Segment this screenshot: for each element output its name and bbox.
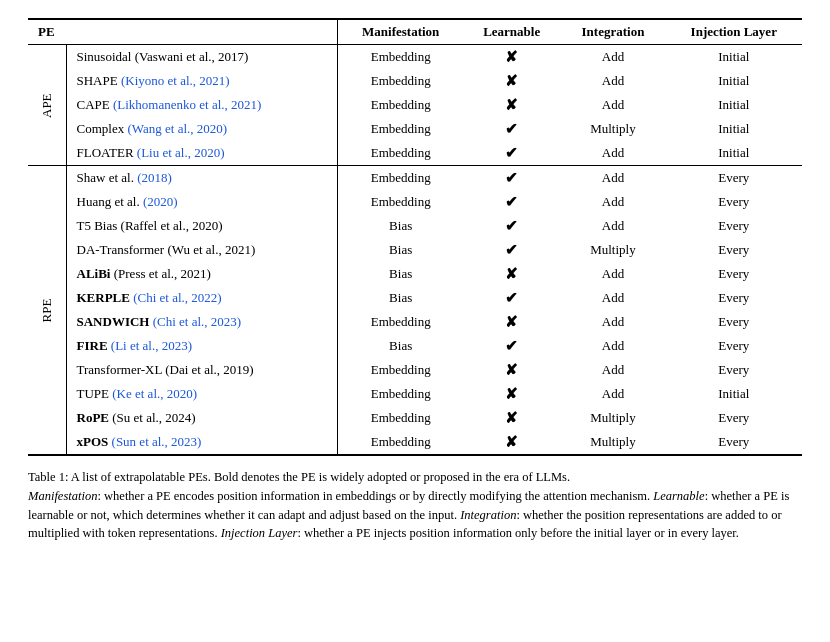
header-injection: Injection Layer — [666, 19, 802, 45]
row-learnable: ✘ — [463, 382, 560, 406]
table-row: ALiBi (Press et al., 2021)Bias✘AddEvery — [28, 262, 802, 286]
table-row: T5 Bias (Raffel et al., 2020)Bias✔AddEve… — [28, 214, 802, 238]
row-manifestation: Bias — [338, 286, 463, 310]
row-learnable: ✘ — [463, 310, 560, 334]
row-integration: Add — [560, 286, 665, 310]
row-injection-layer: Initial — [666, 93, 802, 117]
row-pe-name: ALiBi (Press et al., 2021) — [66, 262, 338, 286]
row-manifestation: Embedding — [338, 406, 463, 430]
row-pe-name: TUPE (Ke et al., 2020) — [66, 382, 338, 406]
row-pe-name: FLOATER (Liu et al., 2020) — [66, 141, 338, 166]
row-learnable: ✔ — [463, 214, 560, 238]
table-row: KERPLE (Chi et al., 2022)Bias✔AddEvery — [28, 286, 802, 310]
row-injection-layer: Every — [666, 262, 802, 286]
row-integration: Add — [560, 45, 665, 70]
table-row: FIRE (Li et al., 2023)Bias✔AddEvery — [28, 334, 802, 358]
row-learnable: ✔ — [463, 238, 560, 262]
row-integration: Add — [560, 93, 665, 117]
row-injection-layer: Initial — [666, 141, 802, 166]
row-injection-layer: Every — [666, 190, 802, 214]
row-manifestation: Embedding — [338, 430, 463, 455]
row-pe-name: Shaw et al. (2018) — [66, 166, 338, 191]
row-manifestation: Embedding — [338, 358, 463, 382]
table-row: SANDWICH (Chi et al., 2023)Embedding✘Add… — [28, 310, 802, 334]
row-integration: Add — [560, 334, 665, 358]
row-pe-name: KERPLE (Chi et al., 2022) — [66, 286, 338, 310]
row-manifestation: Embedding — [338, 141, 463, 166]
row-injection-layer: Every — [666, 430, 802, 455]
row-learnable: ✔ — [463, 334, 560, 358]
row-learnable: ✘ — [463, 430, 560, 455]
table-row: TUPE (Ke et al., 2020)Embedding✘AddIniti… — [28, 382, 802, 406]
row-manifestation: Embedding — [338, 382, 463, 406]
row-pe-name: SANDWICH (Chi et al., 2023) — [66, 310, 338, 334]
row-learnable: ✘ — [463, 358, 560, 382]
table-caption: Table 1: A list of extrapolatable PEs. B… — [28, 468, 802, 543]
row-pe-name: Sinusoidal (Vaswani et al., 2017) — [66, 45, 338, 70]
table-row: Complex (Wang et al., 2020)Embedding✔Mul… — [28, 117, 802, 141]
row-integration: Add — [560, 358, 665, 382]
row-learnable: ✘ — [463, 69, 560, 93]
group-label-ape: APE — [28, 45, 66, 166]
row-pe-name: DA-Transformer (Wu et al., 2021) — [66, 238, 338, 262]
row-learnable: ✘ — [463, 262, 560, 286]
table-row: xPOS (Sun et al., 2023)Embedding✘Multipl… — [28, 430, 802, 455]
row-manifestation: Embedding — [338, 69, 463, 93]
caption-injection-label: Injection Layer — [221, 526, 298, 540]
row-integration: Multiply — [560, 430, 665, 455]
row-injection-layer: Every — [666, 334, 802, 358]
table-row: RPEShaw et al. (2018)Embedding✔AddEvery — [28, 166, 802, 191]
header-row: PE Manifestation Learnable Integration I… — [28, 19, 802, 45]
row-manifestation: Embedding — [338, 45, 463, 70]
row-learnable: ✔ — [463, 141, 560, 166]
row-learnable: ✘ — [463, 45, 560, 70]
table-row: FLOATER (Liu et al., 2020)Embedding✔AddI… — [28, 141, 802, 166]
row-learnable: ✔ — [463, 117, 560, 141]
row-integration: Add — [560, 141, 665, 166]
row-injection-layer: Every — [666, 238, 802, 262]
row-pe-name: CAPE (Likhomanenko et al., 2021) — [66, 93, 338, 117]
row-injection-layer: Initial — [666, 382, 802, 406]
table-row: SHAPE (Kiyono et al., 2021)Embedding✘Add… — [28, 69, 802, 93]
row-integration: Add — [560, 382, 665, 406]
group-label-rpe: RPE — [28, 166, 66, 456]
table-wrapper: PE Manifestation Learnable Integration I… — [28, 18, 802, 456]
header-learnable: Learnable — [463, 19, 560, 45]
row-manifestation: Embedding — [338, 93, 463, 117]
row-integration: Add — [560, 310, 665, 334]
row-learnable: ✔ — [463, 286, 560, 310]
row-manifestation: Embedding — [338, 117, 463, 141]
row-injection-layer: Every — [666, 214, 802, 238]
row-injection-layer: Every — [666, 286, 802, 310]
row-manifestation: Bias — [338, 214, 463, 238]
row-integration: Multiply — [560, 117, 665, 141]
row-integration: Multiply — [560, 238, 665, 262]
table-row: RoPE (Su et al., 2024)Embedding✘Multiply… — [28, 406, 802, 430]
row-integration: Multiply — [560, 406, 665, 430]
row-integration: Add — [560, 214, 665, 238]
row-learnable: ✘ — [463, 406, 560, 430]
row-manifestation: Embedding — [338, 166, 463, 191]
row-injection-layer: Every — [666, 358, 802, 382]
row-integration: Add — [560, 190, 665, 214]
row-manifestation: Embedding — [338, 190, 463, 214]
table-row: APESinusoidal (Vaswani et al., 2017)Embe… — [28, 45, 802, 70]
header-manifestation: Manifestation — [338, 19, 463, 45]
row-injection-layer: Every — [666, 310, 802, 334]
row-pe-name: T5 Bias (Raffel et al., 2020) — [66, 214, 338, 238]
row-pe-name: SHAPE (Kiyono et al., 2021) — [66, 69, 338, 93]
row-learnable: ✔ — [463, 166, 560, 191]
row-injection-layer: Initial — [666, 69, 802, 93]
caption-injection-text: : whether a PE injects position informat… — [297, 526, 739, 540]
row-manifestation: Bias — [338, 262, 463, 286]
row-integration: Add — [560, 262, 665, 286]
table-row: DA-Transformer (Wu et al., 2021)Bias✔Mul… — [28, 238, 802, 262]
row-pe-name: Huang et al. (2020) — [66, 190, 338, 214]
row-manifestation: Embedding — [338, 310, 463, 334]
row-integration: Add — [560, 69, 665, 93]
row-pe-name: RoPE (Su et al., 2024) — [66, 406, 338, 430]
row-injection-layer: Every — [666, 166, 802, 191]
table-row: CAPE (Likhomanenko et al., 2021)Embeddin… — [28, 93, 802, 117]
header-integration: Integration — [560, 19, 665, 45]
row-integration: Add — [560, 166, 665, 191]
